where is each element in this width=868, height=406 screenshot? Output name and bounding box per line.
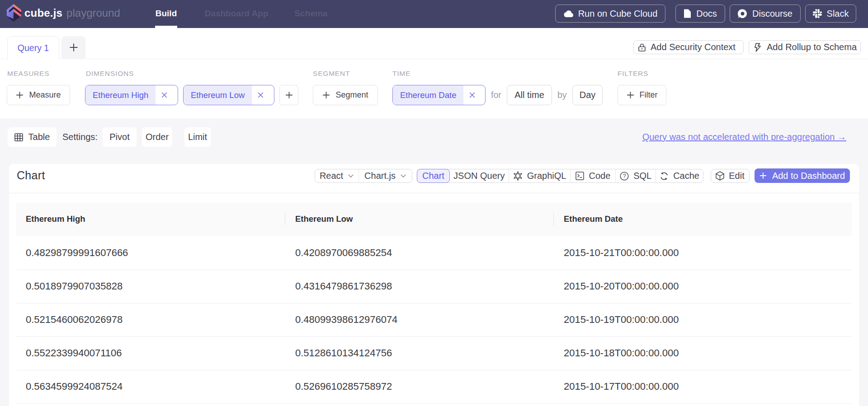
svg-text:?: ? <box>623 173 626 179</box>
